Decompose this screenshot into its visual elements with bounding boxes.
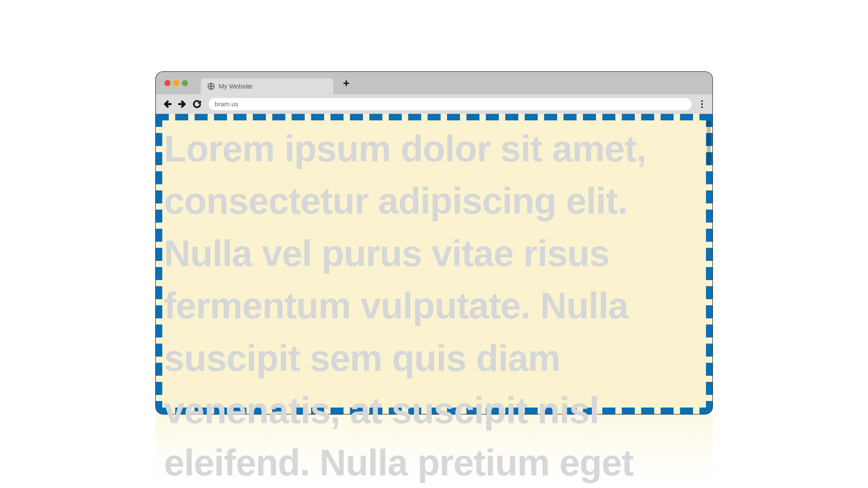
tab-title: My Website <box>219 83 252 90</box>
window-controls <box>164 80 188 86</box>
plus-icon: + <box>343 76 349 90</box>
kebab-icon <box>701 106 703 108</box>
tab-strip: My Website + <box>156 72 712 94</box>
maximize-window-button[interactable] <box>182 80 188 86</box>
browser-tab[interactable]: My Website <box>201 78 333 94</box>
back-button[interactable] <box>161 98 174 110</box>
new-tab-button[interactable]: + <box>340 76 353 90</box>
toolbar <box>156 94 712 114</box>
page-body-text: Lorem ipsum dolor sit amet, consectetur … <box>164 123 704 488</box>
minimize-window-button[interactable] <box>173 80 179 86</box>
scrollbar-thumb[interactable] <box>707 120 711 166</box>
kebab-icon <box>701 103 703 105</box>
globe-icon <box>207 82 215 91</box>
arrow-left-icon <box>163 99 172 109</box>
kebab-icon <box>701 100 703 102</box>
close-window-button[interactable] <box>164 80 170 86</box>
reload-icon <box>192 99 202 109</box>
address-bar[interactable] <box>209 98 692 110</box>
forward-button[interactable] <box>176 98 189 110</box>
reload-button[interactable] <box>190 98 204 110</box>
browser-menu-button[interactable] <box>697 98 707 110</box>
url-input[interactable] <box>215 100 686 108</box>
arrow-right-icon <box>178 99 187 109</box>
